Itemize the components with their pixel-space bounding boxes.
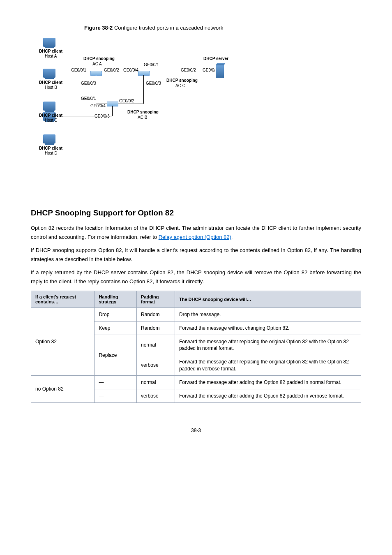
host-a-label-1: DHCP client xyxy=(39,49,62,54)
page-number: 38-3 xyxy=(31,428,361,433)
paragraph-1: Option 82 records the location informati… xyxy=(31,224,361,242)
port-ge003-a: GE0/0/3 xyxy=(81,81,96,86)
th-strategy: Handling strategy xyxy=(95,291,137,308)
cell-strategy: — xyxy=(95,389,137,402)
ac-a-snooping: DHCP snooping xyxy=(83,56,115,61)
ac-a-label: AC A xyxy=(92,62,102,67)
cell-action: Forward the message without changing Opt… xyxy=(175,321,361,335)
port-ge002-bb: GE0/0/2 xyxy=(119,99,134,104)
cell-action: Forward the message after replacing the … xyxy=(175,335,361,355)
cell-padding: normal xyxy=(137,375,175,389)
table-row: no Option 82 — normal Forward the messag… xyxy=(31,375,361,389)
cell-padding: Random xyxy=(137,308,175,321)
ac-c-snooping: DHCP snooping xyxy=(166,78,198,83)
port-ge004-a: GE0/0/4 xyxy=(123,68,138,73)
p1-text-b: . xyxy=(231,234,233,240)
host-a-label-2: Host A xyxy=(45,54,57,59)
ac-a-icon xyxy=(90,71,102,76)
cell-action: Forward the message after adding the Opt… xyxy=(175,389,361,402)
th-contains: If a client's request contains… xyxy=(31,291,95,308)
port-ge001-b: GE0/0/1 xyxy=(144,62,159,67)
ac-b-label: AC B xyxy=(138,115,147,120)
dhcp-server-label: DHCP server xyxy=(203,56,228,61)
cell-strategy: — xyxy=(95,375,137,389)
port-ge003-c: GE0/0/3 xyxy=(146,81,161,86)
ac-c-icon xyxy=(138,71,150,76)
ac-c-label: AC C xyxy=(175,83,185,88)
cell-padding: verbose xyxy=(137,389,175,402)
cell-action: Drop the message. xyxy=(175,308,361,321)
relay-agent-link[interactable]: Relay agent option (Option 82) xyxy=(159,234,231,240)
cell-strategy: Drop xyxy=(95,308,137,321)
ac-b-snooping: DHCP snooping xyxy=(127,110,159,115)
table-row: Option 82 Drop Random Drop the message. xyxy=(31,308,361,321)
host-c-label-1: DHCP client xyxy=(39,113,62,118)
host-b-icon xyxy=(43,69,55,78)
port-ge003-b: GE0/0/3 xyxy=(95,114,110,119)
paragraph-2: If DHCP snooping supports Option 82, it … xyxy=(31,246,361,264)
cell-strategy: Keep xyxy=(95,321,137,335)
cell-option82: Option 82 xyxy=(31,308,95,375)
cell-padding: verbose xyxy=(137,355,175,375)
cell-padding: Random xyxy=(137,321,175,335)
th-action: The DHCP snooping device will… xyxy=(175,291,361,308)
port-ge001-bb: GE0/0/1 xyxy=(81,96,96,101)
port-ge002-c: GE0/0/2 xyxy=(181,68,196,73)
cell-action: Forward the message after replacing the … xyxy=(175,355,361,375)
th-padding: Padding format xyxy=(137,291,175,308)
port-ge004-bb: GE0/0/4 xyxy=(90,104,106,109)
cell-strategy: Replace xyxy=(95,335,137,375)
host-d-label-1: DHCP client xyxy=(39,146,62,151)
dhcp-server-icon xyxy=(216,65,224,78)
network-diagram: DHCP client Host A DHCP client Host B GE… xyxy=(39,36,269,192)
paragraph-3: If a reply returned by the DHCP server c… xyxy=(31,268,361,286)
host-a-icon xyxy=(43,38,55,47)
cell-no-option82: no Option 82 xyxy=(31,375,95,402)
host-b-label-1: DHCP client xyxy=(39,80,62,85)
port-ge001-a: GE0/0/1 xyxy=(71,68,86,73)
port-ge002-a: GE0/0/2 xyxy=(104,68,119,73)
option82-table: If a client's request contains… Handling… xyxy=(31,291,361,403)
host-b-label-2: Host B xyxy=(45,85,57,90)
host-d-icon xyxy=(43,134,55,143)
cell-action: Forward the message after adding the Opt… xyxy=(175,375,361,389)
ac-b-icon xyxy=(107,102,118,106)
host-c-icon-real xyxy=(43,102,55,111)
host-c-label-2: Host C xyxy=(45,118,58,123)
host-d-label-2: Host D xyxy=(45,151,58,156)
section-title: DHCP Snooping Support for Option 82 xyxy=(31,208,361,217)
figure-prefix: Figure 38-2 xyxy=(84,25,113,31)
figure-caption: Configure trusted ports in a cascaded ne… xyxy=(114,25,223,31)
cell-padding: normal xyxy=(137,335,175,355)
